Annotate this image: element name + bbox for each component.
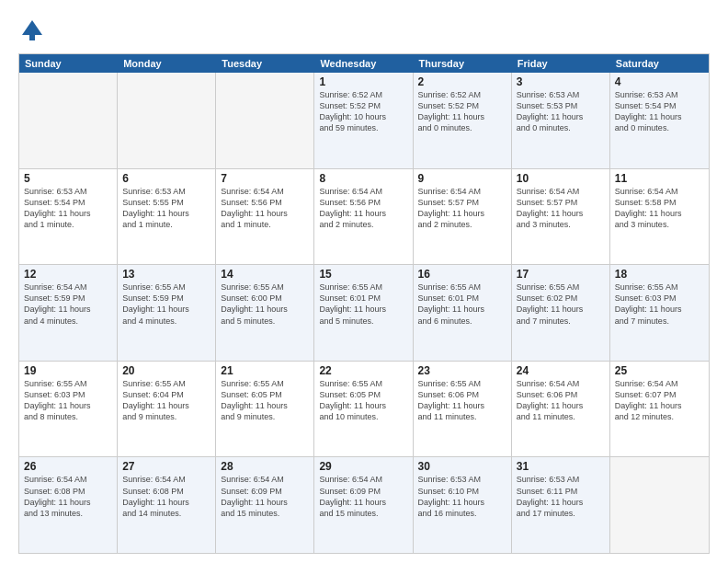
day-info: Sunrise: 6:54 AMSunset: 5:59 PMDaylight:… [24,282,112,327]
empty-cell [118,73,216,168]
logo-icon [18,17,46,44]
day-number: 21 [221,364,309,377]
day-number: 15 [319,268,407,281]
day-info: Sunrise: 6:54 AMSunset: 6:06 PMDaylight:… [517,378,605,423]
day-info: Sunrise: 6:55 AMSunset: 5:59 PMDaylight:… [122,282,210,327]
day-info: Sunrise: 6:55 AMSunset: 6:04 PMDaylight:… [122,378,210,423]
day-cell-20: 20Sunrise: 6:55 AMSunset: 6:04 PMDayligh… [118,362,216,457]
day-info: Sunrise: 6:53 AMSunset: 5:54 PMDaylight:… [24,186,112,231]
calendar-week-4: 19Sunrise: 6:55 AMSunset: 6:03 PMDayligh… [19,362,709,458]
day-number: 3 [517,75,605,88]
svg-rect-1 [29,35,35,40]
calendar-header: SundayMondayTuesdayWednesdayThursdayFrid… [19,54,709,73]
day-cell-9: 9Sunrise: 6:54 AMSunset: 5:57 PMDaylight… [414,169,512,265]
day-cell-15: 15Sunrise: 6:55 AMSunset: 6:01 PMDayligh… [314,265,413,361]
day-info: Sunrise: 6:54 AMSunset: 6:09 PMDaylight:… [319,474,407,519]
day-number: 20 [122,364,210,377]
day-cell-28: 28Sunrise: 6:54 AMSunset: 6:09 PMDayligh… [216,457,314,553]
day-cell-17: 17Sunrise: 6:55 AMSunset: 6:02 PMDayligh… [512,265,610,361]
day-info: Sunrise: 6:54 AMSunset: 5:57 PMDaylight:… [418,186,506,231]
calendar-week-2: 5Sunrise: 6:53 AMSunset: 5:54 PMDaylight… [19,169,709,266]
day-info: Sunrise: 6:54 AMSunset: 5:56 PMDaylight:… [221,186,309,231]
day-cell-16: 16Sunrise: 6:55 AMSunset: 6:01 PMDayligh… [414,265,512,361]
calendar-week-3: 12Sunrise: 6:54 AMSunset: 5:59 PMDayligh… [19,265,709,362]
header-day-sunday: Sunday [19,54,118,73]
day-cell-31: 31Sunrise: 6:53 AMSunset: 6:11 PMDayligh… [512,457,610,553]
day-cell-18: 18Sunrise: 6:55 AMSunset: 6:03 PMDayligh… [610,265,709,361]
day-cell-23: 23Sunrise: 6:55 AMSunset: 6:06 PMDayligh… [414,362,512,457]
empty-cell [216,73,314,168]
day-number: 16 [418,268,506,281]
header [18,17,710,44]
day-number: 9 [418,172,506,185]
day-cell-11: 11Sunrise: 6:54 AMSunset: 5:58 PMDayligh… [610,169,709,265]
day-info: Sunrise: 6:55 AMSunset: 6:01 PMDaylight:… [418,282,506,327]
day-info: Sunrise: 6:54 AMSunset: 5:58 PMDaylight:… [615,186,704,231]
day-info: Sunrise: 6:53 AMSunset: 6:11 PMDaylight:… [517,474,605,519]
day-cell-26: 26Sunrise: 6:54 AMSunset: 6:08 PMDayligh… [19,457,118,553]
day-cell-30: 30Sunrise: 6:53 AMSunset: 6:10 PMDayligh… [414,457,512,553]
day-number: 30 [418,460,506,473]
header-day-wednesday: Wednesday [314,54,413,73]
logo [18,17,48,44]
day-number: 26 [24,460,112,473]
day-number: 19 [24,364,112,377]
day-number: 12 [24,268,112,281]
day-info: Sunrise: 6:52 AMSunset: 5:52 PMDaylight:… [319,89,407,134]
day-cell-6: 6Sunrise: 6:53 AMSunset: 5:55 PMDaylight… [118,169,216,265]
day-cell-22: 22Sunrise: 6:55 AMSunset: 6:05 PMDayligh… [314,362,413,457]
day-cell-4: 4Sunrise: 6:53 AMSunset: 5:54 PMDaylight… [610,73,709,168]
day-cell-19: 19Sunrise: 6:55 AMSunset: 6:03 PMDayligh… [19,362,118,457]
header-day-monday: Monday [118,54,216,73]
day-number: 10 [517,172,605,185]
day-number: 25 [615,364,704,377]
day-info: Sunrise: 6:52 AMSunset: 5:52 PMDaylight:… [418,89,506,134]
day-cell-7: 7Sunrise: 6:54 AMSunset: 5:56 PMDaylight… [216,169,314,265]
day-info: Sunrise: 6:54 AMSunset: 6:09 PMDaylight:… [221,474,309,519]
day-cell-13: 13Sunrise: 6:55 AMSunset: 5:59 PMDayligh… [118,265,216,361]
day-info: Sunrise: 6:54 AMSunset: 6:08 PMDaylight:… [122,474,210,519]
day-info: Sunrise: 6:55 AMSunset: 6:01 PMDaylight:… [319,282,407,327]
day-number: 14 [221,268,309,281]
day-cell-25: 25Sunrise: 6:54 AMSunset: 6:07 PMDayligh… [610,362,709,457]
day-info: Sunrise: 6:54 AMSunset: 6:07 PMDaylight:… [615,378,704,423]
day-number: 2 [418,75,506,88]
day-number: 1 [319,75,407,88]
day-cell-1: 1Sunrise: 6:52 AMSunset: 5:52 PMDaylight… [314,73,413,168]
day-info: Sunrise: 6:53 AMSunset: 5:53 PMDaylight:… [517,89,605,134]
day-info: Sunrise: 6:54 AMSunset: 5:56 PMDaylight:… [319,186,407,231]
day-number: 28 [221,460,309,473]
calendar-week-1: 1Sunrise: 6:52 AMSunset: 5:52 PMDaylight… [19,73,709,169]
day-number: 22 [319,364,407,377]
day-number: 5 [24,172,112,185]
day-number: 4 [615,75,704,88]
day-number: 13 [122,268,210,281]
day-number: 24 [517,364,605,377]
day-info: Sunrise: 6:55 AMSunset: 6:05 PMDaylight:… [319,378,407,423]
day-info: Sunrise: 6:55 AMSunset: 6:02 PMDaylight:… [517,282,605,327]
day-cell-21: 21Sunrise: 6:55 AMSunset: 6:05 PMDayligh… [216,362,314,457]
day-cell-14: 14Sunrise: 6:55 AMSunset: 6:00 PMDayligh… [216,265,314,361]
day-number: 6 [122,172,210,185]
day-info: Sunrise: 6:53 AMSunset: 5:55 PMDaylight:… [122,186,210,231]
empty-cell [19,73,118,168]
day-number: 29 [319,460,407,473]
day-info: Sunrise: 6:53 AMSunset: 5:54 PMDaylight:… [615,89,704,134]
day-number: 31 [517,460,605,473]
page: SundayMondayTuesdayWednesdayThursdayFrid… [0,0,728,563]
day-cell-8: 8Sunrise: 6:54 AMSunset: 5:56 PMDaylight… [314,169,413,265]
svg-marker-0 [22,20,42,35]
empty-cell [610,457,709,553]
day-number: 8 [319,172,407,185]
day-cell-29: 29Sunrise: 6:54 AMSunset: 6:09 PMDayligh… [314,457,413,553]
day-info: Sunrise: 6:55 AMSunset: 6:03 PMDaylight:… [615,282,704,327]
day-cell-2: 2Sunrise: 6:52 AMSunset: 5:52 PMDaylight… [414,73,512,168]
calendar-week-5: 26Sunrise: 6:54 AMSunset: 6:08 PMDayligh… [19,457,709,553]
day-cell-10: 10Sunrise: 6:54 AMSunset: 5:57 PMDayligh… [512,169,610,265]
day-info: Sunrise: 6:55 AMSunset: 6:06 PMDaylight:… [418,378,506,423]
day-cell-12: 12Sunrise: 6:54 AMSunset: 5:59 PMDayligh… [19,265,118,361]
header-day-tuesday: Tuesday [216,54,314,73]
day-info: Sunrise: 6:55 AMSunset: 6:03 PMDaylight:… [24,378,112,423]
day-cell-24: 24Sunrise: 6:54 AMSunset: 6:06 PMDayligh… [512,362,610,457]
header-day-friday: Friday [512,54,610,73]
